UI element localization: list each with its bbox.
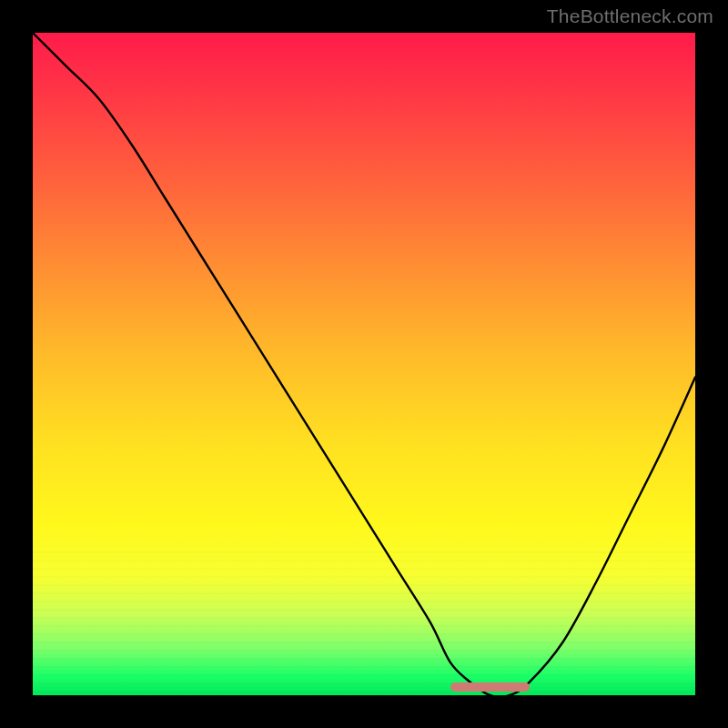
chart-frame: TheBottleneck.com — [0, 0, 728, 728]
curve-svg — [33, 33, 695, 695]
plot-area — [33, 33, 695, 695]
trough-marker — [450, 682, 530, 692]
bottleneck-curve-path — [33, 33, 695, 695]
watermark-text: TheBottleneck.com — [547, 5, 713, 27]
